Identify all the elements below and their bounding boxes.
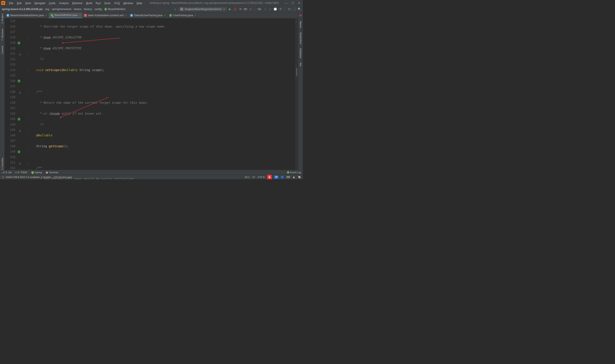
bc-beans[interactable]: beans (74, 8, 81, 11)
tool-git[interactable]: ⎇9: Git (2, 171, 11, 174)
error-stripe[interactable]: ✓ (295, 18, 298, 170)
bc-jar[interactable]: spring-beans-5.2.2.RELEASE.jar (2, 8, 43, 11)
interface-icon: I (169, 14, 172, 17)
fold-marker[interactable]: ╞ (19, 90, 21, 96)
run-config-icon (180, 8, 183, 11)
menu-vcs[interactable]: VCS (112, 1, 121, 5)
run-config-selector[interactable]: SingletonBeanRegistrationDemo ▼ (179, 7, 227, 11)
menu-refactor[interactable]: Refactor (70, 1, 84, 5)
tool-todo[interactable]: ≡6: TODO (15, 171, 27, 174)
tool-windows-toggle[interactable]: ▢ (2, 176, 4, 179)
menu-view[interactable]: View (23, 1, 33, 5)
interface-lock-icon: I (50, 14, 53, 17)
tray-icon[interactable]: 🐘 (298, 176, 301, 179)
right-tool-strip: m Maven RestfulTool Database Ant (298, 12, 303, 170)
tab-bean-definition[interactable]: I BeanDefinition.java × (49, 12, 82, 18)
close-icon[interactable]: × (164, 14, 166, 17)
menu-file[interactable]: File (7, 1, 15, 5)
fold-handle[interactable]: ⌄ (27, 52, 28, 57)
search-everywhere-button[interactable]: 🔍 (298, 7, 301, 11)
tool-commit[interactable]: Commit (1, 46, 4, 54)
class-icon: C (6, 14, 9, 17)
line-number-gutter: 125126127128 129130131132 133134135136 1… (5, 18, 17, 170)
fold-marker[interactable]: ╞ (19, 161, 21, 167)
interface-icon: I (104, 8, 107, 11)
menu-help[interactable]: Help (135, 1, 144, 5)
tool-favorites[interactable]: 2: Favorites (1, 158, 4, 170)
fold-handle[interactable]: ⌄ (27, 161, 28, 166)
scrollbar-thumb[interactable] (296, 68, 297, 76)
git-label: Git: (257, 8, 262, 11)
menu-run[interactable]: Run (94, 1, 103, 5)
fold-handle[interactable]: ⌄ (27, 68, 28, 73)
git-revert-button[interactable]: ↺ (279, 7, 282, 11)
override-marker[interactable]: o↓ (17, 40, 20, 46)
run-config-name: SingletonBeanRegistrationDemo (185, 8, 222, 11)
class-icon: C (130, 14, 133, 17)
bc-class[interactable]: BeanDefinition (108, 8, 125, 11)
editor-tabs: C BeanInstantiationDemo.java × I BeanDef… (5, 12, 298, 18)
git-update-button[interactable]: ✓ (263, 7, 267, 11)
close-icon[interactable]: × (45, 14, 47, 17)
tab-default-user-factory[interactable]: C DefaultUserFactory.java × (128, 12, 167, 18)
menu-build[interactable]: Build (84, 1, 94, 5)
debug-button[interactable]: 🐞 (233, 7, 237, 11)
left-tool-strip: 1: Project 7: Structure Commit 2: Favori… (0, 12, 5, 170)
xml-icon: x (84, 14, 87, 17)
fold-handle[interactable]: ⌄ (27, 144, 28, 150)
tool-project[interactable]: 1: Project (1, 14, 4, 24)
bc-org[interactable]: org (45, 8, 49, 11)
tab-bean-xml[interactable]: x bean-instantiation-context.xml × (82, 12, 128, 18)
bc-factory[interactable]: factory (84, 8, 92, 11)
tool-structure[interactable]: 7: Structure (1, 29, 4, 41)
chevron-down-icon: ▼ (223, 8, 225, 10)
tab-bean-instantiation-demo[interactable]: C BeanInstantiationDemo.java × (5, 12, 49, 18)
tool-ant[interactable]: Ant (299, 63, 302, 66)
inspection-ok-icon: ✓ (295, 19, 297, 25)
override-marker[interactable]: o↓ (17, 116, 20, 122)
bc-sf[interactable]: springframework (52, 8, 71, 11)
folder-icon[interactable]: 🗀 (287, 7, 291, 11)
maven-logo-icon: m (299, 14, 302, 17)
breadcrumb[interactable]: spring-beans-5.2.2.RELEASE.jar › org› sp… (2, 8, 125, 11)
fold-handle[interactable]: ⌄ (27, 112, 28, 117)
window-title: thinking-in-spring - BeanDefinition.java… (144, 1, 285, 4)
close-button[interactable]: ✕ (298, 1, 300, 5)
fold-column: ⌄ ⌄ ⌄ ⌄ ⌄ ⌄ ⌄ ⌄ (27, 18, 31, 170)
fold-handle[interactable]: ⌄ (27, 128, 28, 134)
bc-config[interactable]: config (94, 8, 102, 11)
fold-marker[interactable]: ╞ (19, 129, 21, 134)
maximize-button[interactable]: ☐ (292, 1, 294, 5)
tab-user-factory[interactable]: I UserFactory.java × (167, 12, 198, 18)
fold-handle[interactable]: ⌄ (27, 90, 28, 95)
close-icon[interactable]: × (79, 13, 81, 17)
build-icon[interactable]: ↙ (174, 7, 177, 11)
git-commit-button[interactable]: ✓ (268, 7, 272, 11)
expand-icon[interactable]: ⛶ (293, 7, 296, 11)
run-button[interactable]: ▶ (228, 7, 232, 11)
menu-edit[interactable]: Edit (15, 1, 23, 5)
tool-database[interactable]: Database (299, 48, 302, 58)
tool-restful[interactable]: RestfulTool (299, 32, 302, 44)
menu-tools[interactable]: Tools (103, 1, 112, 5)
override-marker[interactable]: o↓ (17, 149, 20, 155)
code-editor[interactable]: 125126127128 129130131132 133134135136 1… (5, 18, 298, 170)
git-history-button[interactable]: 🕘 (274, 7, 277, 11)
override-marker[interactable]: o↓ (17, 78, 20, 84)
code-content[interactable]: * Override the target scope of this bean… (31, 18, 295, 170)
coverage-button[interactable]: ⟲ (239, 7, 242, 11)
fold-handle[interactable]: ⌄ (27, 35, 28, 41)
menu-code[interactable]: Code (47, 1, 57, 5)
menu-navigate[interactable]: Navigate (33, 1, 47, 5)
menu-window[interactable]: Window (121, 1, 135, 5)
navigation-bar: spring-beans-5.2.2.RELEASE.jar › org› sp… (0, 6, 303, 12)
close-icon[interactable]: × (195, 14, 196, 17)
stop-button[interactable]: ■ (249, 7, 252, 11)
close-icon[interactable]: × (125, 14, 127, 17)
fold-marker[interactable]: ╞ (19, 52, 21, 58)
tool-maven[interactable]: Maven (299, 21, 302, 28)
menu-analyze[interactable]: Analyze (57, 1, 70, 5)
title-menu-bar: IJ File Edit View Navigate Code Analyze … (0, 0, 303, 6)
profile-button[interactable]: ◔▾ (244, 7, 247, 11)
minimize-button[interactable]: ― (285, 1, 288, 5)
